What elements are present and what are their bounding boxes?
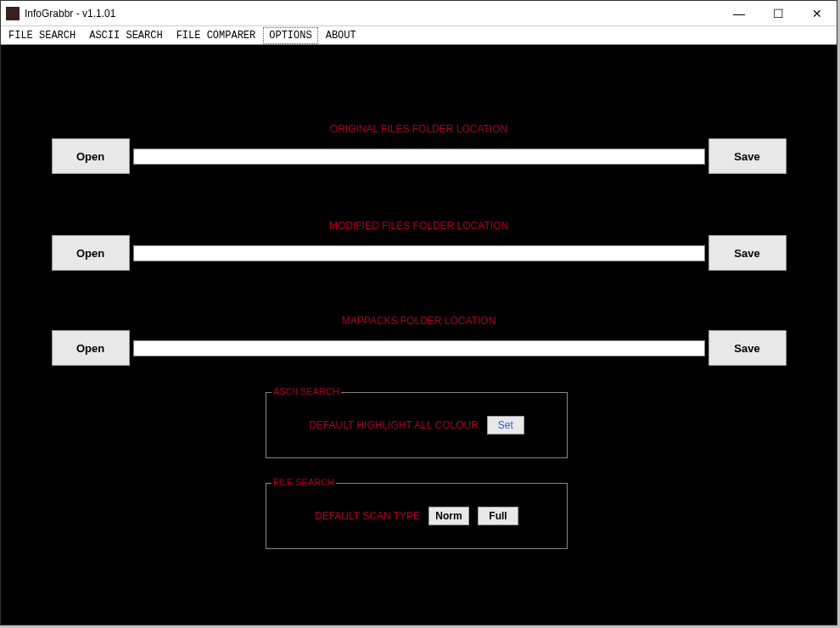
ascii-search-group: ASCII SEARCH DEFAULT HIGHLIGHT ALL COLOU… bbox=[266, 392, 568, 458]
original-open-button[interactable]: Open bbox=[52, 138, 130, 174]
mappacks-folder-input[interactable] bbox=[133, 340, 705, 356]
mappacks-folder-label: MAPPACKS FOLDER LOCATION bbox=[1, 315, 837, 327]
original-folder-row: ORIGINAL FILES FOLDER LOCATION Open Save bbox=[1, 123, 837, 174]
original-folder-label: ORIGINAL FILES FOLDER LOCATION bbox=[1, 123, 837, 135]
minimize-button[interactable]: — bbox=[720, 1, 759, 25]
tab-bar: FILE SEARCH ASCII SEARCH FILE COMPARER O… bbox=[1, 26, 837, 45]
set-highlight-colour-button[interactable]: Set bbox=[487, 416, 524, 435]
modified-folder-label: MODIFIED FILES FOLDER LOCATION bbox=[1, 220, 837, 232]
modified-folder-row: MODIFIED FILES FOLDER LOCATION Open Save bbox=[1, 220, 837, 271]
app-window: InfoGrabbr - v1.1.01 — ☐ ✕ FILE SEARCH A… bbox=[0, 0, 837, 625]
ascii-search-legend: ASCII SEARCH bbox=[272, 386, 341, 396]
original-folder-input[interactable] bbox=[133, 149, 705, 165]
default-scan-type-label: DEFAULT SCAN TYPE bbox=[315, 510, 420, 522]
tab-about[interactable]: ABOUT bbox=[320, 27, 362, 44]
original-save-button[interactable]: Save bbox=[708, 138, 787, 174]
app-icon bbox=[6, 7, 20, 20]
maximize-button[interactable]: ☐ bbox=[759, 1, 798, 25]
options-panel: ORIGINAL FILES FOLDER LOCATION Open Save… bbox=[1, 45, 837, 625]
scan-type-full-button[interactable]: Full bbox=[478, 507, 518, 525]
window-controls: — ☐ ✕ bbox=[720, 1, 837, 25]
close-button[interactable]: ✕ bbox=[798, 1, 837, 25]
highlight-colour-label: DEFAULT HIGHLIGHT ALL COLOUR bbox=[309, 419, 479, 431]
window-title: InfoGrabbr - v1.1.01 bbox=[25, 8, 720, 20]
tab-ascii-search[interactable]: ASCII SEARCH bbox=[83, 27, 168, 44]
modified-open-button[interactable]: Open bbox=[52, 235, 130, 271]
tab-options[interactable]: OPTIONS bbox=[263, 27, 317, 44]
mappacks-save-button[interactable]: Save bbox=[708, 330, 787, 366]
scan-type-norm-button[interactable]: Norm bbox=[428, 507, 469, 525]
modified-save-button[interactable]: Save bbox=[708, 235, 787, 271]
file-search-legend: FILE SEARCH bbox=[272, 477, 336, 487]
tab-file-search[interactable]: FILE SEARCH bbox=[3, 27, 81, 44]
mappacks-open-button[interactable]: Open bbox=[52, 330, 130, 366]
titlebar: InfoGrabbr - v1.1.01 — ☐ ✕ bbox=[1, 1, 837, 26]
file-search-group: FILE SEARCH DEFAULT SCAN TYPE Norm Full bbox=[266, 483, 568, 549]
mappacks-folder-row: MAPPACKS FOLDER LOCATION Open Save bbox=[1, 315, 837, 366]
modified-folder-input[interactable] bbox=[133, 245, 705, 261]
tab-file-comparer[interactable]: FILE COMPARER bbox=[171, 27, 262, 44]
